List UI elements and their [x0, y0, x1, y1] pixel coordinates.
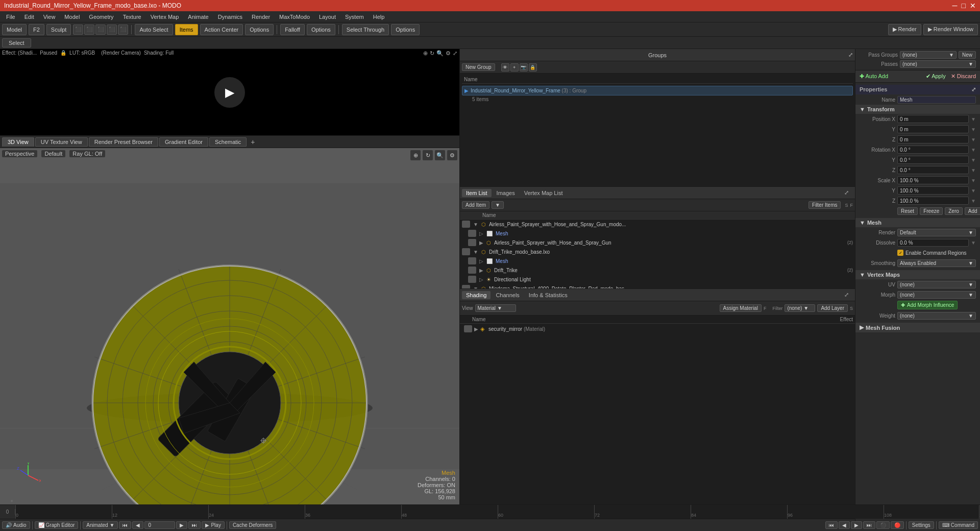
- menu-vertex-map[interactable]: Vertex Map: [146, 13, 183, 21]
- tab-images[interactable]: Images: [493, 189, 519, 197]
- pass-groups-new-btn[interactable]: New: [959, 51, 976, 59]
- minimize-btn[interactable]: ─: [952, 2, 958, 10]
- add-item-arrow[interactable]: ▼: [492, 201, 504, 209]
- filter-dropdown[interactable]: (none) ▼: [785, 304, 815, 312]
- rotation-y-value[interactable]: 0.0 °: [897, 156, 969, 164]
- zero-btn[interactable]: Zero: [945, 207, 963, 215]
- view-dropdown[interactable]: Material ▼: [475, 304, 516, 312]
- tab-schematic[interactable]: Schematic: [209, 137, 247, 147]
- viewport-3d[interactable]: Perspective Default Ray GL: Off ⊕ ↻ 🔍 ⚙: [0, 148, 459, 504]
- assign-material-btn[interactable]: Assign Material: [720, 304, 762, 312]
- freeze-btn[interactable]: Freeze: [920, 207, 943, 215]
- passes-dropdown[interactable]: (none) ▼: [900, 60, 976, 68]
- animated-btn[interactable]: Animated ▼: [83, 521, 118, 529]
- item-eye-7[interactable]: [462, 285, 470, 288]
- position-x-value[interactable]: 0 m: [897, 115, 969, 123]
- falloff-options-btn[interactable]: Options: [307, 24, 335, 35]
- ray-gl-label[interactable]: Ray GL: Off: [69, 150, 105, 157]
- rotation-x-value[interactable]: 0.0 °: [897, 146, 969, 154]
- item-eye-3[interactable]: [462, 248, 470, 255]
- add-item-btn[interactable]: Add Item: [462, 201, 489, 209]
- mesh-fusion-header[interactable]: ▶ Mesh Fusion: [855, 323, 980, 332]
- enable-cmd-checkbox[interactable]: ✓: [897, 250, 903, 256]
- groups-eye-icon[interactable]: 👁: [501, 63, 509, 71]
- discard-btn[interactable]: ✕ Discard: [951, 73, 976, 80]
- item-row-1[interactable]: ▷ ⬜ Mesh: [460, 229, 855, 238]
- menu-render[interactable]: Render: [248, 13, 274, 21]
- render-btn[interactable]: ▶ Render: [888, 24, 921, 35]
- select-mode-tab[interactable]: Select: [2, 38, 31, 47]
- dissolve-arrow[interactable]: ▼: [971, 240, 976, 246]
- item-row-3[interactable]: ▼ ⬡ Drift_Trike_modo_base.lxo: [460, 247, 855, 256]
- menu-maxtomode[interactable]: MaxToModo: [275, 13, 314, 21]
- tab-item-list[interactable]: Item List: [462, 189, 492, 197]
- select-through-btn[interactable]: Select Through: [342, 24, 389, 35]
- group-row[interactable]: ▶ Industrial_Round_Mirror_Yellow_Frame (…: [462, 86, 853, 95]
- menu-texture[interactable]: Texture: [119, 13, 145, 21]
- menu-layout[interactable]: Layout: [315, 13, 340, 21]
- rec-start-btn[interactable]: ⏮: [825, 521, 838, 529]
- pass-groups-dropdown[interactable]: (none) ▼: [900, 51, 957, 59]
- vertex-maps-header[interactable]: ▼ Vertex Maps: [855, 270, 980, 279]
- menu-animate[interactable]: Animate: [184, 13, 212, 21]
- close-btn[interactable]: ✕: [970, 2, 976, 10]
- item-expand-0[interactable]: ▼: [473, 222, 478, 227]
- item-row-0[interactable]: ▼ ⬡ Airless_Paint_Sprayer_with_Hose_and_…: [460, 220, 855, 229]
- item-row-2[interactable]: ▶ ⬡ Airless_Paint_Sprayer_with_Hose_and_…: [460, 238, 855, 247]
- item-expand-4[interactable]: ▷: [479, 258, 483, 264]
- scale-x-arrow[interactable]: ▼: [971, 178, 976, 183]
- preview-play-button[interactable]: ▶: [214, 77, 245, 108]
- transform-section-header[interactable]: ▼ Transform: [855, 105, 980, 114]
- rec-prev-btn[interactable]: ◀: [839, 521, 850, 529]
- menu-model[interactable]: Model: [60, 13, 84, 21]
- items-btn[interactable]: Items: [175, 24, 198, 35]
- shading-arrow-0[interactable]: ▶: [474, 326, 478, 332]
- position-z-arrow[interactable]: ▼: [971, 137, 976, 142]
- menu-geometry[interactable]: Geometry: [85, 13, 117, 21]
- dissolve-value[interactable]: 0.0 %: [897, 239, 969, 247]
- command-label[interactable]: ⌨ Command: [939, 521, 978, 529]
- new-group-btn[interactable]: New Group: [462, 63, 495, 71]
- skip-start-btn[interactable]: ⏮: [119, 521, 131, 529]
- reset-btn[interactable]: Reset: [897, 207, 918, 215]
- filter-items-btn[interactable]: Filter Items: [808, 201, 841, 209]
- model-tab[interactable]: Model: [2, 24, 27, 35]
- rec-auto-btn[interactable]: 🔴: [891, 521, 904, 529]
- action-center-btn[interactable]: Action Center: [200, 24, 243, 35]
- cache-btn[interactable]: Cache Deformers: [229, 521, 276, 529]
- properties-expand-icon[interactable]: ⤢: [971, 86, 976, 93]
- play-btn[interactable]: ▶ Play: [202, 521, 224, 529]
- scale-z-arrow[interactable]: ▼: [971, 198, 976, 204]
- scale-z-value[interactable]: 100.0 %: [897, 197, 969, 205]
- rotation-z-value[interactable]: 0.0 °: [897, 166, 969, 174]
- timeline-ruler[interactable]: 0 12 24 36 48 60 72 84 96 108 120: [15, 505, 980, 519]
- add-transform-btn[interactable]: Add: [965, 207, 980, 215]
- position-x-arrow[interactable]: ▼: [971, 116, 976, 122]
- groups-lock-icon[interactable]: 🔒: [529, 63, 537, 71]
- render-window-btn[interactable]: ▶ Render Window: [923, 24, 978, 35]
- item-eye-4[interactable]: [468, 257, 476, 264]
- tab-gradient-editor[interactable]: Gradient Editor: [159, 137, 208, 147]
- settings-btn[interactable]: Settings: [909, 521, 934, 529]
- frame-input[interactable]: 0: [144, 521, 175, 529]
- rotation-z-arrow[interactable]: ▼: [971, 167, 976, 173]
- add-viewport-tab[interactable]: +: [248, 137, 258, 147]
- scale-y-arrow[interactable]: ▼: [971, 188, 976, 194]
- position-y-value[interactable]: 0 m: [897, 125, 969, 133]
- options-btn[interactable]: Options: [245, 24, 274, 35]
- prop-name-value[interactable]: Mesh: [897, 96, 976, 104]
- shading-row-0[interactable]: ▶ ◈ security_mirror (Material): [460, 324, 855, 334]
- item-expand-7[interactable]: ▼: [473, 286, 478, 289]
- uv-dropdown[interactable]: (none) ▼: [897, 281, 976, 288]
- f2-tab[interactable]: F2: [29, 24, 44, 35]
- smoothing-dropdown[interactable]: Always Enabled ▼: [897, 259, 976, 267]
- morph-dropdown[interactable]: (none) ▼: [897, 291, 976, 299]
- tab-vertex-map-list[interactable]: Vertex Map List: [520, 189, 567, 197]
- menu-view[interactable]: View: [39, 13, 60, 21]
- tool-icon-3[interactable]: ⬛: [95, 25, 106, 35]
- tab-channels[interactable]: Channels: [492, 291, 523, 299]
- tool-icon-5[interactable]: ⬛: [118, 25, 128, 35]
- audio-btn[interactable]: 🔊 Audio: [2, 521, 30, 529]
- menu-dynamics[interactable]: Dynamics: [214, 13, 247, 21]
- tab-info-statistics[interactable]: Info & Statistics: [525, 291, 572, 299]
